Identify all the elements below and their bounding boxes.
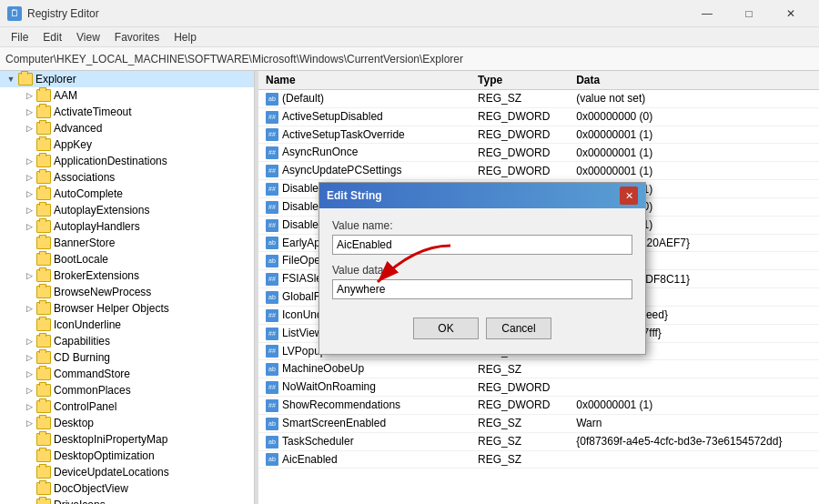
tree-item-deviceupdate[interactable]: DeviceUpdateLocations <box>0 464 254 480</box>
menu-file[interactable]: File <box>4 29 35 45</box>
table-row[interactable]: abTaskSchedulerREG_SZ{0f87369f-a4e5-4cfc… <box>258 432 819 450</box>
tree-toggle[interactable]: ▷ <box>22 399 36 414</box>
tree-toggle[interactable]: ▷ <box>22 154 36 168</box>
folder-icon <box>36 286 51 298</box>
folder-icon <box>36 449 51 462</box>
menu-favorites[interactable]: Favorites <box>107 29 167 45</box>
tree-toggle[interactable]: ▷ <box>22 219 36 234</box>
cell-data: 0x00000001 (1) <box>569 397 819 415</box>
value-data-input[interactable] <box>332 279 632 299</box>
tree-item-autocomplete[interactable]: ▷ AutoComplete <box>0 186 254 202</box>
tree-toggle[interactable]: ▷ <box>22 367 36 381</box>
minimize-button[interactable]: — <box>686 0 728 27</box>
dialog-close-button[interactable]: ✕ <box>620 186 638 205</box>
table-row[interactable]: ##ShowRecommendationsREG_DWORD0x00000001… <box>258 397 819 415</box>
tree-label: DocObjectView <box>54 482 128 495</box>
tree-item-bootlocale[interactable]: BootLocale <box>0 251 254 267</box>
cell-name: ##AsyncRunOnce <box>258 144 470 162</box>
folder-icon <box>36 171 51 184</box>
tree-item-iconunderline[interactable]: IconUnderline <box>0 317 254 333</box>
cell-name: abMachineOobeUp <box>258 360 470 378</box>
cell-data: 0x00000000 (0) <box>569 107 819 126</box>
reg-value-icon: ## <box>266 345 278 358</box>
tree-toggle[interactable]: ▷ <box>22 416 36 430</box>
tree-toggle[interactable]: ▷ <box>22 203 36 217</box>
tree-item-desktop[interactable]: ▷ Desktop <box>0 415 254 431</box>
tree-panel[interactable]: ▼ Explorer ▷ AAM ▷ ActivateTimeout ▷ Adv… <box>0 71 255 504</box>
tree-toggle[interactable]: ▷ <box>22 88 36 103</box>
table-row[interactable]: ##AsyncUpdatePCSettingsREG_DWORD0x000000… <box>258 162 819 180</box>
tree-item-desktopini[interactable]: DesktopIniPropertyMap <box>0 431 254 448</box>
value-name-input[interactable] <box>332 235 632 255</box>
tree-item-explorer[interactable]: ▼ Explorer <box>0 71 254 87</box>
tree-item-brokerext[interactable]: ▷ BrokerExtensions <box>0 267 254 284</box>
title-bar: 🗒 Registry Editor — □ ✕ <box>0 0 819 27</box>
tree-item-appdest[interactable]: ▷ ApplicationDestinations <box>0 153 254 169</box>
tree-item-browsenewprocess[interactable]: BrowseNewProcess <box>0 284 254 300</box>
tree-toggle[interactable]: ▷ <box>22 268 36 283</box>
cell-data: Warn <box>569 414 819 432</box>
tree-item-activatetimeout[interactable]: ▷ ActivateTimeout <box>0 104 254 120</box>
tree-item-bannerstore[interactable]: BannerStore <box>0 235 254 251</box>
folder-icon <box>36 417 51 429</box>
tree-label: IconUnderline <box>54 318 121 331</box>
tree-item-appkey[interactable]: AppKey <box>0 136 254 153</box>
col-data: Data <box>569 71 819 90</box>
cancel-button[interactable]: Cancel <box>486 318 551 339</box>
reg-value-icon: ab <box>266 255 278 267</box>
tree-item-autoplayhandlers[interactable]: ▷ AutoplayHandlers <box>0 218 254 235</box>
table-row[interactable]: ##ActiveSetupTaskOverrideREG_DWORD0x0000… <box>258 126 819 144</box>
menu-help[interactable]: Help <box>167 29 204 45</box>
reg-value-icon: ## <box>266 381 278 394</box>
table-row[interactable]: ab(Default)REG_SZ(value not set) <box>258 90 819 108</box>
tree-toggle[interactable]: ▷ <box>22 105 36 119</box>
cell-name: ##ActiveSetupTaskOverride <box>258 126 470 144</box>
table-row[interactable]: ##AsyncRunOnceREG_DWORD0x00000001 (1) <box>258 144 819 162</box>
tree-item-aam[interactable]: ▷ AAM <box>0 87 254 104</box>
tree-item-docobjectview[interactable]: DocObjectView <box>0 480 254 497</box>
tree-toggle[interactable]: ▷ <box>22 350 36 365</box>
tree-toggle[interactable]: ▷ <box>22 301 36 316</box>
table-row[interactable]: abMachineOobeUpREG_SZ <box>258 360 819 378</box>
tree-toggle[interactable]: ▷ <box>22 170 36 185</box>
cell-type: REG_SZ <box>470 90 569 108</box>
tree-toggle[interactable]: ▼ <box>4 72 18 86</box>
menu-view[interactable]: View <box>69 29 107 45</box>
tree-item-cdburning[interactable]: ▷ CD Burning <box>0 349 254 366</box>
folder-icon <box>36 237 51 249</box>
cell-type: REG_DWORD <box>470 162 569 180</box>
close-button[interactable]: ✕ <box>770 0 812 27</box>
menu-edit[interactable]: Edit <box>35 29 69 45</box>
folder-icon <box>36 384 51 397</box>
tree-item-controlpanel[interactable]: ▷ ControlPanel <box>0 398 254 415</box>
tree-label: DriveIcons <box>54 499 106 504</box>
cell-name: ##ActiveSetupDisabled <box>258 107 470 126</box>
ok-button[interactable]: OK <box>413 318 479 339</box>
tree-item-commandstore[interactable]: ▷ CommandStore <box>0 366 254 382</box>
tree-item-commonplaces[interactable]: ▷ CommonPlaces <box>0 382 254 398</box>
cell-name: ##NoWaitOnRoaming <box>258 378 470 397</box>
table-row[interactable]: ##ActiveSetupDisabledREG_DWORD0x00000000… <box>258 107 819 126</box>
tree-item-advanced[interactable]: ▷ Advanced <box>0 120 254 136</box>
tree-toggle <box>22 236 36 250</box>
table-row[interactable]: ##NoWaitOnRoamingREG_DWORD <box>258 378 819 397</box>
tree-toggle[interactable]: ▷ <box>22 121 36 136</box>
menu-bar: File Edit View Favorites Help <box>0 27 819 47</box>
tree-item-assoc[interactable]: ▷ Associations <box>0 169 254 186</box>
reg-value-icon: ## <box>266 309 278 322</box>
cell-name: ab(Default) <box>258 90 470 108</box>
tree-toggle[interactable]: ▷ <box>22 383 36 398</box>
tree-toggle[interactable]: ▷ <box>22 334 36 348</box>
folder-icon <box>36 335 51 348</box>
tree-item-driveicons[interactable]: DriveIcons <box>0 497 254 504</box>
tree-toggle[interactable]: ▷ <box>22 186 36 201</box>
tree-item-capabilities[interactable]: ▷ Capabilities <box>0 333 254 349</box>
tree-item-browserhelper[interactable]: ▷ Browser Helper Objects <box>0 300 254 317</box>
tree-item-desktopopt[interactable]: DesktopOptimization <box>0 448 254 464</box>
table-row[interactable]: abAicEnabledREG_SZ <box>258 450 819 469</box>
maximize-button[interactable]: □ <box>728 0 770 27</box>
tree-item-autoplayext[interactable]: ▷ AutoplayExtensions <box>0 202 254 218</box>
table-row[interactable]: abSmartScreenEnabledREG_SZWarn <box>258 414 819 432</box>
tree-label: AutoplayExtensions <box>54 204 149 217</box>
cell-name: ##AsyncUpdatePCSettings <box>258 162 470 180</box>
